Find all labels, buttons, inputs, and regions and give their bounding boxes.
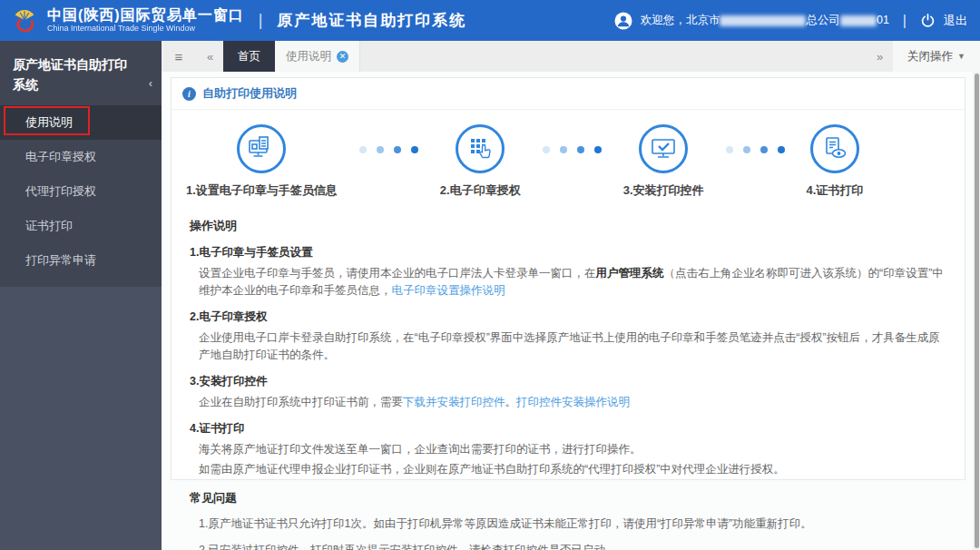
welcome-text: 欢迎您，北京市总公司01	[641, 13, 889, 28]
sidebar-item-usage-instructions[interactable]: 使用说明	[0, 105, 162, 140]
panel-title: 自助打印使用说明	[202, 85, 297, 102]
tab-label: 使用说明	[286, 49, 331, 64]
faq-item-1: 1.原产地证书证书只允许打印1次。如由于打印机异常等原因造成证书未能正常打印，请…	[190, 516, 946, 533]
monitor-document-icon	[237, 124, 286, 173]
section2-heading: 2.电子印章授权	[190, 309, 946, 326]
sidebar-item-label: 使用说明	[25, 115, 73, 129]
steps-row: 1.设置电子印章与手签员信息	[172, 110, 965, 202]
scrollbar-thumb[interactable]	[975, 74, 979, 548]
logout-button[interactable]: 退出	[944, 13, 967, 29]
section4-paragraph-2: 如需由原产地证代理申报企业打印证书，企业则在原产地证书自助打印系统的“代理打印授…	[190, 461, 946, 478]
monitor-check-icon	[639, 124, 688, 173]
app-window: 中国(陕西)国际贸易单一窗口 China International Trade…	[0, 0, 980, 550]
section4-paragraph-1: 海关将原产地证打印文件发送至单一窗口，企业查询出需要打印的证书，进行打印操作。	[190, 441, 946, 458]
welcome-suffix: 01	[877, 14, 889, 26]
tabs-scroll-right-icon[interactable]: »	[866, 41, 893, 72]
tab-home[interactable]: 首页	[223, 41, 275, 72]
download-print-control-link[interactable]: 下载并安装打印控件	[403, 396, 505, 408]
sidebar-item-label: 代理打印授权	[25, 184, 96, 198]
step-connector-dots	[338, 124, 440, 153]
step-label: 2.电子印章授权	[440, 182, 521, 199]
sidebar-item-eseal-authorization[interactable]: 电子印章授权	[0, 140, 162, 174]
sidebar-item-label: 打印异常申请	[25, 253, 96, 267]
panel-header: i 自助打印使用说明	[172, 78, 965, 110]
step-install-print-control: 3.安装打印控件	[623, 124, 704, 199]
text: 设置企业电子印章与手签员，请使用本企业的电子口岸法人卡登录单一窗口，在	[199, 267, 596, 280]
step-setup-eseal: 1.设置电子印章与手签员信息	[186, 124, 338, 199]
step-connector-dots	[704, 124, 807, 153]
sidebar-item-label: 证书打印	[25, 219, 73, 232]
sidebar-title-text: 原产地证书自助打印系统	[13, 57, 127, 92]
sidebar-item-agent-print-authorization[interactable]: 代理打印授权	[0, 174, 162, 209]
section1-paragraph: 设置企业电子印章与手签员，请使用本企业的电子口岸法人卡登录单一窗口，在用户管理系…	[190, 265, 946, 300]
sidebar-item-certificate-print[interactable]: 证书打印	[0, 209, 162, 243]
section2-paragraph: 企业使用电子口岸卡登录自助打印系统，在“电子印章授权”界面中选择原产地证书上使用…	[190, 329, 946, 365]
section3-heading: 3.安装打印控件	[190, 373, 946, 390]
sidebar-collapse-icon[interactable]: ‹	[149, 74, 152, 93]
tab-bar: ≡ « 首页 使用说明 ✕ » 关闭操作 ▼	[162, 41, 980, 72]
tab-label: 首页	[238, 49, 260, 64]
menu-toggle-icon[interactable]: ≡	[162, 41, 196, 72]
step-certificate-print: 4.证书打印	[807, 124, 864, 199]
step-eseal-authorization: 2.电子印章授权	[440, 124, 521, 199]
instruction-sections: 操作说明 1.电子印章与手签员设置 设置企业电子印章与手签员，请使用本企业的电子…	[172, 202, 965, 550]
step-label: 1.设置电子印章与手签员信息	[186, 182, 338, 199]
sidebar-title: 原产地证书自助打印系统 ‹	[0, 41, 162, 105]
close-tab-icon[interactable]: ✕	[337, 51, 348, 63]
main-area: ≡ « 首页 使用说明 ✕ » 关闭操作 ▼ i 自助	[162, 41, 980, 550]
tabbar-spacer	[360, 41, 866, 72]
sidebar-menu-group: 原产地证书自助打印系统 ‹ 使用说明 电子印章授权 代理打印授权 证书打印 打	[0, 41, 162, 287]
welcome-prefix: 欢迎您，北京市	[641, 14, 720, 26]
keypad-hand-icon	[456, 124, 505, 173]
brand-subtitle: China International Trade Single Window	[47, 25, 244, 34]
brand-block: 中国(陕西)国际贸易单一窗口 China International Trade…	[47, 7, 244, 34]
user-avatar-icon	[614, 12, 632, 30]
operations-heading: 操作说明	[190, 217, 946, 235]
section4-heading: 4.证书打印	[190, 420, 946, 437]
tab-usage-instructions[interactable]: 使用说明 ✕	[275, 41, 360, 72]
instructions-panel: i 自助打印使用说明	[171, 77, 965, 480]
eseal-setup-guide-link[interactable]: 电子印章设置操作说明	[392, 284, 505, 297]
chevron-down-icon: ▼	[957, 52, 965, 61]
sidebar-item-print-exception-request[interactable]: 打印异常申请	[0, 243, 162, 278]
faq-heading: 常见问题	[190, 489, 946, 507]
info-icon: i	[182, 87, 196, 101]
brand-title: 中国(陕西)国际贸易单一窗口	[47, 7, 244, 24]
bold-text: 用户管理系统	[596, 267, 664, 280]
step-connector-dots	[521, 124, 623, 153]
welcome-mid: 总公司	[806, 14, 840, 26]
header-user-area: 欢迎您，北京市总公司01 | 退出	[614, 12, 967, 30]
step-label: 3.安装打印控件	[623, 182, 704, 199]
header-pipe: |	[903, 13, 906, 29]
print-control-install-guide-link[interactable]: 打印控件安装操作说明	[516, 396, 630, 408]
redacted-text	[840, 15, 877, 26]
close-operations-dropdown[interactable]: 关闭操作 ▼	[893, 41, 980, 72]
top-header: 中国(陕西)国际贸易单一窗口 China International Trade…	[0, 0, 980, 41]
single-window-logo-icon	[9, 5, 40, 36]
text: 企业在自助打印系统中打印证书前，需要	[199, 396, 403, 408]
sidebar: 原产地证书自助打印系统 ‹ 使用说明 电子印章授权 代理打印授权 证书打印 打	[0, 41, 162, 550]
sidebar-item-label: 电子印章授权	[25, 150, 96, 163]
page-title: 原产地证书自助打印系统	[277, 10, 466, 31]
section3-paragraph: 企业在自助打印系统中打印证书前，需要下载并安装打印控件。打印控件安装操作说明	[190, 394, 946, 411]
step-label: 4.证书打印	[807, 182, 864, 199]
close-operations-label: 关闭操作	[907, 49, 953, 64]
tabs-scroll-left-icon[interactable]: «	[196, 41, 223, 72]
header-divider: |	[259, 11, 263, 30]
text: 。	[505, 396, 517, 408]
faq-item-2: 2.已安装过打印控件，打印时再次提示安装打印控件，请检查打印控件是否已启动。	[190, 542, 946, 550]
power-icon[interactable]	[920, 13, 936, 28]
section1-heading: 1.电子印章与手签员设置	[190, 244, 946, 261]
redacted-text	[720, 15, 806, 26]
document-eye-icon	[810, 124, 859, 173]
